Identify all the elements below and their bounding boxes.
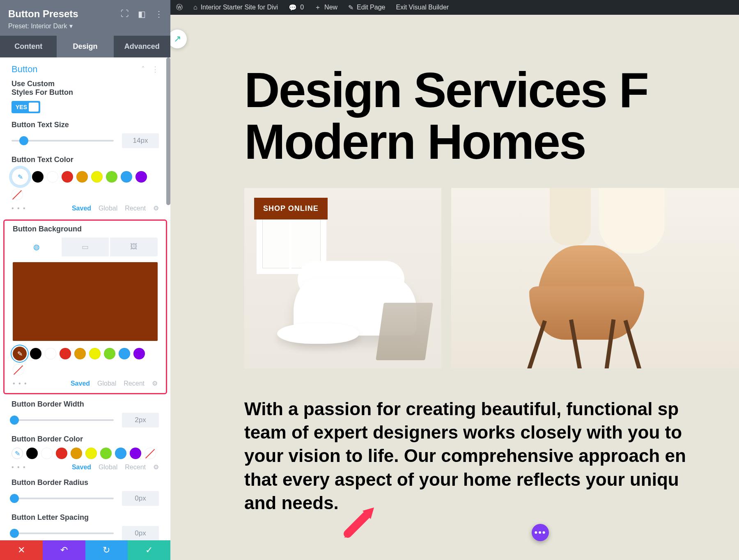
gear-icon[interactable]: ⚙: [152, 379, 158, 387]
swatch-none[interactable]: [11, 189, 23, 200]
builder-fab[interactable]: •••: [532, 524, 549, 541]
arrow-icon: ↗: [174, 34, 181, 44]
swatch-red[interactable]: [60, 348, 71, 359]
more-dots-icon[interactable]: • • •: [13, 380, 28, 387]
swatch-black[interactable]: [30, 348, 41, 359]
palette-global[interactable]: Global: [99, 205, 117, 212]
comments-link[interactable]: 💬0: [289, 4, 304, 11]
palette-recent[interactable]: Recent: [124, 380, 145, 387]
page-canvas: ⓦ ⌂Interior Starter Site for Divi 💬0 ＋Ne…: [170, 0, 739, 560]
section-more-icon[interactable]: ⋮: [151, 65, 159, 74]
swatch-orange[interactable]: [76, 171, 88, 183]
use-custom-toggle[interactable]: YES: [11, 101, 40, 113]
swatch-yellow[interactable]: [91, 171, 103, 183]
pipette-selected-icon[interactable]: ✎: [13, 347, 27, 361]
swatch-orange[interactable]: [74, 348, 86, 359]
new-link[interactable]: ＋New: [314, 3, 337, 12]
tab-content[interactable]: Content: [0, 36, 57, 57]
swatch-purple[interactable]: [135, 171, 147, 183]
redo-button[interactable]: ↻: [85, 540, 128, 560]
plus-icon: ＋: [314, 3, 321, 12]
swatch-yellow[interactable]: [89, 348, 101, 359]
gear-icon[interactable]: ⚙: [153, 204, 159, 212]
swatch-red[interactable]: [56, 448, 67, 459]
letter-spacing-slider[interactable]: [11, 533, 114, 534]
column-icon[interactable]: ◧: [138, 9, 146, 19]
gear-icon[interactable]: ⚙: [153, 463, 159, 471]
pipette-icon[interactable]: ✎: [11, 448, 23, 459]
swatch-white[interactable]: [47, 171, 58, 183]
text-color-group: Button Text Color ✎ • • • Saved Global R…: [0, 155, 170, 219]
palette-global[interactable]: Global: [99, 464, 117, 471]
palette-recent[interactable]: Recent: [125, 464, 146, 471]
bg-tab-color[interactable]: ◍: [13, 238, 62, 256]
comment-icon: 💬: [289, 4, 297, 11]
tab-advanced[interactable]: Advanced: [114, 36, 170, 57]
swatch-green[interactable]: [104, 348, 115, 359]
pipette-icon[interactable]: ✎: [11, 168, 29, 185]
bg-color-preview[interactable]: [13, 262, 158, 341]
edit-page-link[interactable]: ✎Edit Page: [348, 4, 385, 11]
letter-spacing-value[interactable]: 0px: [122, 526, 159, 540]
expand-icon[interactable]: ⛶: [121, 9, 129, 19]
swatch-black[interactable]: [32, 171, 44, 183]
swatch-white[interactable]: [41, 448, 53, 459]
swatch-blue[interactable]: [115, 448, 126, 459]
exit-builder-link[interactable]: Exit Visual Builder: [396, 4, 449, 11]
interior-photo-2: [451, 188, 739, 368]
section-button[interactable]: Button ˄ ⋮: [0, 57, 170, 80]
swatch-green[interactable]: [106, 171, 117, 183]
border-radius-group: Button Border Radius 0px: [0, 478, 170, 513]
slider-thumb[interactable]: [10, 494, 19, 503]
text-size-value[interactable]: 14px: [122, 133, 159, 148]
swatch-blue[interactable]: [121, 171, 132, 183]
border-radius-value[interactable]: 0px: [122, 491, 159, 506]
border-radius-slider[interactable]: [11, 498, 114, 499]
swatch-purple[interactable]: [133, 348, 145, 359]
swatch-black[interactable]: [26, 448, 38, 459]
slider-thumb[interactable]: [10, 416, 19, 425]
swatch-yellow[interactable]: [85, 448, 97, 459]
cancel-button[interactable]: ✕: [0, 540, 43, 560]
slider-thumb[interactable]: [19, 136, 28, 145]
swatch-orange[interactable]: [71, 448, 82, 459]
palette-saved[interactable]: Saved: [71, 380, 90, 387]
bg-tab-image[interactable]: 🖼: [110, 238, 158, 256]
palette-saved[interactable]: Saved: [72, 205, 91, 212]
scrollbar[interactable]: [166, 57, 170, 205]
swatch-purple[interactable]: [130, 448, 141, 459]
hero-line-1: Design Services F: [244, 62, 648, 117]
undo-button[interactable]: ↶: [43, 540, 85, 560]
border-width-slider[interactable]: [11, 419, 114, 421]
wp-admin-bar: ⓦ ⌂Interior Starter Site for Divi 💬0 ＋Ne…: [170, 0, 739, 15]
dots-icon: •••: [534, 527, 546, 538]
settings-panel: Button Presets Preset: Interior Dark ▾ ⛶…: [0, 0, 170, 560]
text-size-slider[interactable]: [11, 140, 114, 142]
body-text: With a passion for creating beautiful, f…: [244, 397, 739, 514]
palette-saved[interactable]: Saved: [72, 464, 91, 471]
palette-recent[interactable]: Recent: [125, 205, 146, 212]
swatch-none[interactable]: [145, 448, 156, 459]
swatch-white[interactable]: [45, 348, 56, 359]
gradient-icon: ▭: [82, 243, 89, 251]
more-dots-icon[interactable]: • • •: [11, 205, 26, 212]
swatch-none[interactable]: [13, 364, 24, 375]
wp-logo[interactable]: ⓦ: [176, 3, 183, 12]
panel-scroll[interactable]: Button ˄ ⋮ Use Custom Styles For Button …: [0, 57, 170, 540]
bg-tab-gradient[interactable]: ▭: [62, 238, 110, 256]
border-width-value[interactable]: 2px: [122, 413, 159, 427]
swatch-red[interactable]: [62, 171, 73, 183]
slider-thumb[interactable]: [10, 529, 19, 538]
site-name[interactable]: ⌂Interior Starter Site for Divi: [193, 4, 278, 11]
save-button[interactable]: ✓: [128, 540, 170, 560]
shop-online-button[interactable]: SHOP ONLINE: [254, 198, 328, 219]
more-icon[interactable]: ⋮: [155, 9, 163, 19]
tab-design[interactable]: Design: [57, 36, 113, 57]
preset-selector[interactable]: Preset: Interior Dark ▾: [8, 22, 162, 30]
swatch-blue[interactable]: [119, 348, 130, 359]
swatch-green[interactable]: [100, 448, 112, 459]
chevron-up-icon[interactable]: ˄: [141, 65, 145, 74]
palette-global[interactable]: Global: [97, 380, 116, 387]
svg-marker-1: [344, 528, 353, 538]
more-dots-icon[interactable]: • • •: [11, 464, 26, 471]
